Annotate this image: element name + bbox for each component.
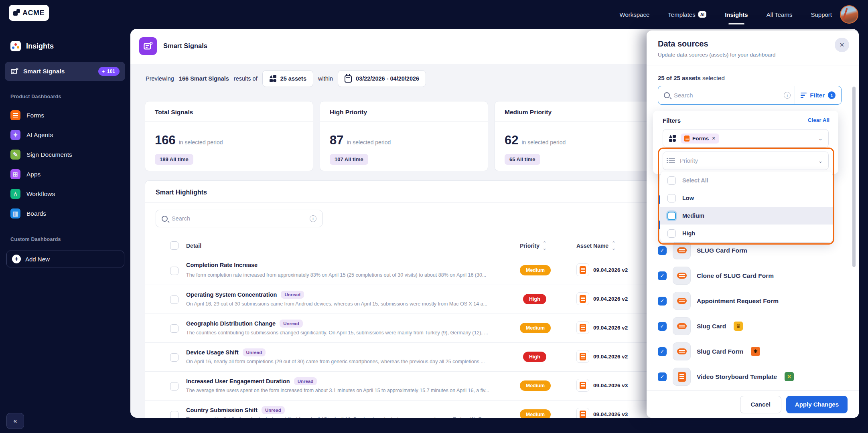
- medium-checkbox[interactable]: [667, 212, 676, 220]
- form-asset-icon: [576, 263, 589, 276]
- asset-checkbox-checked[interactable]: ✓: [658, 372, 667, 381]
- nav-workspace[interactable]: Workspace: [620, 11, 650, 18]
- panel-footer: Cancel Apply Changes: [647, 391, 859, 418]
- filter-button[interactable]: Filter 1: [795, 91, 841, 99]
- asset-checkbox-checked[interactable]: ✓: [658, 347, 667, 356]
- sort-icon: ⌃⌄: [612, 241, 615, 251]
- priority-badge: Medium: [520, 265, 551, 275]
- bee-emoji: ✱: [751, 347, 760, 356]
- search-icon: [664, 92, 670, 98]
- info-icon: i: [310, 215, 316, 222]
- row-checkbox[interactable]: [170, 382, 178, 391]
- sidebar-item-apps[interactable]: ⊞ Apps: [10, 169, 41, 179]
- total-signals-value: 166: [155, 133, 176, 148]
- asset-row[interactable]: ✓ Video Storyboard Template ✕: [658, 368, 794, 386]
- asset-checkbox-checked[interactable]: ✓: [658, 246, 667, 255]
- chevron-down-icon: ⌄: [818, 136, 823, 142]
- highlights-search-box[interactable]: i: [156, 210, 322, 227]
- panel-search-bar: i Filter 1: [658, 86, 842, 105]
- priority-badge: High: [523, 352, 546, 362]
- asset-checkbox-checked[interactable]: ✓: [658, 271, 667, 280]
- user-avatar[interactable]: [840, 5, 858, 24]
- high-checkbox[interactable]: [667, 229, 676, 238]
- asset-row[interactable]: ✓ Slug Card ♛: [658, 317, 743, 335]
- ai-agents-icon: ✦: [10, 130, 20, 140]
- select-all-checkbox[interactable]: [667, 176, 676, 185]
- form-icon: [684, 136, 690, 142]
- stat-cards: Total Signals 166in selected period 189 …: [145, 101, 663, 171]
- cancel-button[interactable]: Cancel: [740, 396, 781, 413]
- select-all-checkbox[interactable]: [170, 241, 178, 250]
- panel-search-input[interactable]: [674, 92, 784, 99]
- remove-chip-icon[interactable]: ✕: [712, 136, 716, 141]
- close-icon[interactable]: ✕: [835, 38, 849, 52]
- nav-all-teams[interactable]: All Teams: [767, 11, 793, 18]
- option-select-all[interactable]: Select All: [660, 172, 833, 189]
- asset-row[interactable]: ✓ Clone of SLUG Card Form: [658, 267, 774, 285]
- preview-within: within: [318, 75, 333, 82]
- nav-templates[interactable]: Templates AI: [668, 11, 706, 18]
- high-priority-value: 87: [330, 133, 343, 148]
- option-medium[interactable]: Medium: [660, 207, 833, 225]
- priority-badge: High: [523, 294, 546, 304]
- search-icon: [162, 216, 168, 222]
- option-low[interactable]: Low: [660, 189, 833, 207]
- clear-all-link[interactable]: Clear All: [808, 117, 829, 123]
- info-icon: i: [784, 92, 791, 99]
- date-range-button[interactable]: 03/22/2026 - 04/20/2026: [338, 70, 426, 87]
- asset-checkbox-checked[interactable]: ✓: [658, 322, 667, 331]
- highlights-search-input[interactable]: [172, 215, 306, 222]
- nav-insights[interactable]: Insights: [725, 11, 748, 18]
- sidebar-item-sign-documents[interactable]: ✎ Sign Documents: [10, 150, 72, 160]
- nav-support[interactable]: Support: [811, 11, 832, 18]
- acme-logo[interactable]: ACME: [9, 5, 49, 21]
- sparkle-icon: ✦: [102, 69, 105, 74]
- asset-checkbox-checked[interactable]: ✓: [658, 297, 667, 306]
- assets-selector-button[interactable]: 25 assets: [262, 70, 313, 87]
- asset-row[interactable]: ✓ Slug Card Form ✱: [658, 342, 760, 360]
- filter-icon: [801, 93, 807, 98]
- row-checkbox[interactable]: [170, 267, 178, 275]
- form-asset-icon: [576, 408, 589, 418]
- priority-dropdown[interactable]: Priority ⌄: [663, 152, 829, 170]
- row-checkbox[interactable]: [170, 324, 178, 333]
- smart-signals-page-icon: [139, 37, 157, 55]
- row-checkbox[interactable]: [170, 411, 178, 418]
- asset-row[interactable]: ✓ Appointment Request Form: [658, 292, 779, 310]
- ai-badge: AI: [698, 11, 707, 18]
- asset-row[interactable]: ✓ SLUG Card Form: [658, 241, 747, 259]
- plus-icon: +: [12, 255, 21, 263]
- preview-middle: results of: [234, 75, 258, 82]
- add-new-button[interactable]: + Add New: [6, 251, 124, 267]
- sidebar-item-forms[interactable]: Forms: [10, 110, 44, 120]
- sidebar-collapse-button[interactable]: «: [6, 413, 24, 429]
- sidebar-item-ai-agents[interactable]: ✦ AI Agents: [10, 130, 53, 140]
- card-asset-icon: [673, 241, 691, 259]
- option-high[interactable]: High: [660, 225, 833, 242]
- card-asset-icon: [673, 342, 691, 360]
- column-priority[interactable]: Priority⌃⌄: [520, 241, 546, 251]
- sidebar-item-workflows[interactable]: ⑃ Workflows: [10, 189, 55, 199]
- sidebar-item-boards[interactable]: ▥ Boards: [10, 208, 46, 219]
- apply-changes-button[interactable]: Apply Changes: [786, 396, 848, 413]
- panel-scrollbar[interactable]: [852, 87, 856, 267]
- form-asset-icon: [576, 321, 589, 334]
- card-asset-icon: [673, 267, 691, 285]
- sidebar-item-smart-signals[interactable]: Smart Signals ✦101: [5, 62, 125, 81]
- butterfly-emoji: ✕: [785, 372, 794, 381]
- priority-options-menu: Select All Low Medium High: [660, 172, 833, 242]
- row-checkbox[interactable]: [170, 295, 178, 304]
- apps-icon: ⊞: [10, 169, 20, 179]
- priority-badge: Medium: [520, 409, 551, 418]
- sign-documents-icon: ✎: [10, 150, 20, 160]
- forms-filter-chip[interactable]: Forms ✕: [681, 134, 719, 144]
- asset-type-dropdown[interactable]: Forms ✕ ⌄: [663, 129, 829, 148]
- column-asset-name[interactable]: Asset Name⌃⌄: [576, 241, 615, 251]
- insights-icon: [10, 41, 21, 51]
- high-priority-alltime-badge: 107 All time: [330, 154, 368, 165]
- low-checkbox[interactable]: [667, 194, 676, 202]
- priority-badge: Medium: [520, 380, 551, 391]
- form-asset-icon: [673, 368, 691, 386]
- form-asset-icon: [576, 350, 589, 363]
- row-checkbox[interactable]: [170, 353, 178, 362]
